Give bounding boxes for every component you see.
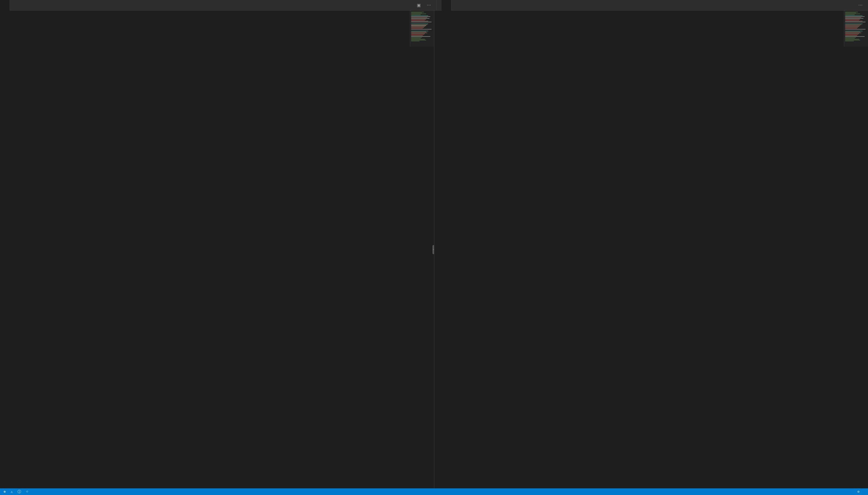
- warning-icon: ⚠: [11, 490, 13, 494]
- tab-left: [0, 0, 411, 11]
- status-right: ⊙: [853, 490, 864, 494]
- main-content: ―: [0, 11, 868, 488]
- status-info: ⓘ: [17, 489, 22, 494]
- status-debug: ○: [26, 490, 29, 494]
- status-bar: ⊗ ⚠ ⓘ ○ ⊙: [0, 488, 868, 495]
- right-panel: [434, 11, 868, 488]
- more-options-right-button[interactable]: ⋯: [856, 1, 864, 9]
- status-errors: ⊗: [4, 490, 7, 494]
- status-left: ⊗ ⚠ ⓘ ○: [4, 489, 853, 494]
- molecule-icon: ⊙: [857, 490, 860, 494]
- debug-icon: ○: [26, 490, 28, 494]
- left-minimap: [410, 11, 434, 47]
- error-icon: ⊗: [4, 490, 6, 494]
- more-options-left-button[interactable]: ⋯: [425, 1, 433, 9]
- left-panel: ―: [0, 11, 434, 488]
- source-code-editor[interactable]: [0, 11, 434, 488]
- tab-bar: ▣ ⋯ ⋯: [0, 0, 868, 11]
- status-warnings: ⚠: [11, 490, 14, 494]
- tab-source-code[interactable]: [0, 0, 10, 11]
- tab-right-section: [437, 0, 853, 11]
- right-minimap: [844, 11, 868, 47]
- split-view-button[interactable]: ▣: [415, 1, 422, 9]
- formatted-code-editor[interactable]: [434, 11, 868, 488]
- info-icon: ⓘ: [17, 489, 21, 494]
- tab-formatted[interactable]: [441, 0, 451, 11]
